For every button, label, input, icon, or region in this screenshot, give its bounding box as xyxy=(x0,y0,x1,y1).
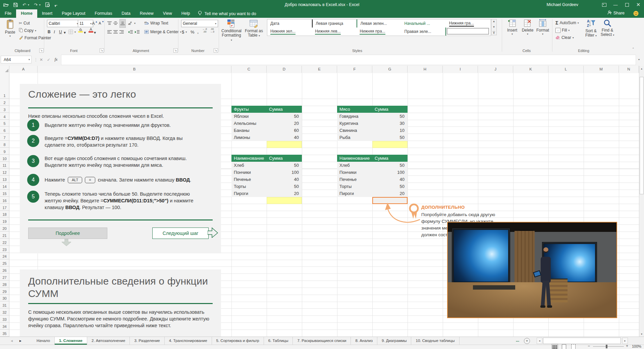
sheet-nav-right-icon[interactable]: ► xyxy=(19,339,22,343)
scroll-down-icon[interactable]: ▼ xyxy=(639,331,644,337)
zoom-in-button[interactable]: + xyxy=(626,344,628,348)
row-header-27[interactable]: 27 xyxy=(0,273,9,281)
fill-color-dropdown-icon[interactable]: ▾ xyxy=(84,29,86,36)
sheet-tab-6-таблицы[interactable]: 6. Таблицы xyxy=(264,337,293,345)
format-painter-button[interactable]: Format Painter xyxy=(19,35,51,41)
insert-function-icon[interactable]: fx xyxy=(52,56,60,63)
row-header-6[interactable]: 6 xyxy=(0,127,9,134)
sheet-tab-5-сортировка-и-фильтр[interactable]: 5. Сортировка и фильтр xyxy=(212,337,264,345)
formula-input[interactable] xyxy=(61,55,636,65)
ribbon-tab-data[interactable]: Data xyxy=(117,9,135,18)
row-header-33[interactable]: 33 xyxy=(0,315,9,322)
table-row[interactable]: Хлеб50 xyxy=(337,162,408,169)
row-header-14[interactable]: 14 xyxy=(0,183,9,190)
sort-filter-button[interactable]: AZ Sort &Filter ▾ xyxy=(583,19,599,46)
sheet-tab-начало[interactable]: Начало xyxy=(32,337,55,345)
merge-center-button[interactable]: Merge & Center▾ xyxy=(144,29,181,35)
row-header-32[interactable]: 32 xyxy=(0,308,9,315)
row-header-2[interactable]: 2 xyxy=(0,99,9,106)
enter-entry-icon[interactable]: ✓ xyxy=(45,56,52,63)
scroll-up-icon[interactable]: ▲ xyxy=(639,66,644,71)
increase-indent-button[interactable] xyxy=(135,29,140,35)
table-row[interactable]: Апельсины20 xyxy=(231,120,302,127)
ribbon-tab-file[interactable]: File xyxy=(0,9,16,18)
tutorial-video-player[interactable] xyxy=(447,222,617,318)
align-center-button[interactable] xyxy=(113,29,118,35)
table-row[interactable]: Лимоны40 xyxy=(231,134,302,141)
row-header-17[interactable]: 17 xyxy=(0,204,9,211)
table-row[interactable]: Пончики100 xyxy=(337,169,408,176)
column-header-E[interactable]: E xyxy=(302,66,337,73)
expand-formula-bar-icon[interactable]: ▾ xyxy=(635,56,643,63)
number-dialog-launcher[interactable]: ↘ xyxy=(214,48,218,53)
row-header-8[interactable]: 8 xyxy=(0,141,9,148)
format-as-table-button[interactable]: Format asTable ▾ xyxy=(244,19,264,46)
minimize-button[interactable]: — xyxy=(610,0,621,9)
column-header-B[interactable]: B xyxy=(38,66,231,73)
underline-dropdown-icon[interactable]: ▾ xyxy=(64,29,66,36)
row-header-25[interactable]: 25 xyxy=(0,259,9,266)
top-align-button[interactable] xyxy=(107,20,112,27)
sheet-nav-left-icon[interactable]: ◄ xyxy=(10,339,13,343)
sheet-tab-2-автозаполнение[interactable]: 2. Автозаполнение xyxy=(87,337,130,345)
fill-button[interactable]: ↓ Fill▾ xyxy=(555,27,570,34)
select-all-corner[interactable] xyxy=(0,66,9,73)
insert-cells-button[interactable]: Insert▾ xyxy=(505,19,519,46)
grow-font-button[interactable]: A▲ xyxy=(92,20,98,27)
close-button[interactable]: ✕ xyxy=(633,0,644,9)
scroll-left-icon[interactable]: ◄ xyxy=(537,338,542,344)
cell-style-Левая граница[interactable]: Левая граница xyxy=(312,19,357,28)
table-row[interactable]: Пироги20 xyxy=(231,190,302,197)
sheet-tab-10-сводные-таблицы[interactable]: 10. Сводные таблицы xyxy=(411,337,459,345)
ribbon-tab-home[interactable]: Home xyxy=(16,9,37,18)
cell-style-Начальный ...[interactable]: Начальный ... xyxy=(401,19,446,28)
row-header-15[interactable]: 15 xyxy=(0,190,9,197)
comma-style-button[interactable]: , xyxy=(197,28,199,35)
table-row[interactable]: Говядина50 xyxy=(337,113,408,120)
column-header-M[interactable]: M xyxy=(584,66,619,73)
paste-button[interactable]: Paste▾ xyxy=(3,19,17,46)
row-header-34[interactable]: 34 xyxy=(0,322,9,330)
row-header-35[interactable]: 35 xyxy=(0,330,9,337)
fill-color-button[interactable] xyxy=(78,28,83,35)
row-header-16[interactable]: 16 xyxy=(0,197,9,204)
accounting-format-button[interactable]: $▾ xyxy=(182,29,187,35)
cell-style-Нижняя зел...[interactable]: Нижняя зел... xyxy=(267,28,312,36)
row-header-29[interactable]: 29 xyxy=(0,288,9,295)
normal-view-button[interactable] xyxy=(551,344,558,349)
restore-button[interactable] xyxy=(621,0,633,9)
page-break-view-button[interactable] xyxy=(570,344,576,349)
delete-cells-button[interactable]: Delete▾ xyxy=(521,19,535,46)
zoom-level[interactable]: 100% xyxy=(632,344,641,348)
borders-button[interactable]: ▾ xyxy=(68,29,76,35)
cell-style-empty[interactable] xyxy=(447,28,489,35)
wrap-text-button[interactable]: ab Wrap Text xyxy=(144,20,168,27)
font-dialog-launcher[interactable]: ↘ xyxy=(100,48,104,53)
number-format-select[interactable]: General▾ xyxy=(181,20,218,27)
font-color-dropdown-icon[interactable]: ▾ xyxy=(94,29,96,36)
column-header-L[interactable]: L xyxy=(548,66,584,73)
sheet-grid[interactable]: Сложение — это легко Ниже описаны нескол… xyxy=(9,73,639,337)
feedback-smiley-icon[interactable] xyxy=(633,11,639,17)
clear-button[interactable]: Clear▾ xyxy=(555,34,574,41)
decrease-indent-button[interactable] xyxy=(128,29,133,35)
orientation-button[interactable]: ab▾ xyxy=(128,20,136,27)
column-header-A[interactable]: A xyxy=(9,66,38,73)
row-header-11[interactable]: 11 xyxy=(0,162,9,169)
column-header-K[interactable]: K xyxy=(513,66,548,73)
cell-style-Правая зеле...[interactable]: Правая зеле... xyxy=(401,28,446,36)
row-header-4[interactable]: 4 xyxy=(0,113,9,120)
row-header-18[interactable]: 18 xyxy=(0,211,9,218)
tell-me[interactable]: Tell me what you want to do xyxy=(198,9,256,18)
column-header-D[interactable]: D xyxy=(267,66,302,73)
ribbon-tab-page-layout[interactable]: Page Layout xyxy=(57,9,90,18)
row-header-12[interactable]: 12 xyxy=(0,168,9,176)
cancel-entry-icon[interactable]: ✕ xyxy=(38,56,45,63)
next-step-button[interactable]: Следующий шаг xyxy=(152,228,209,239)
row-header-7[interactable]: 7 xyxy=(0,134,9,141)
font-color-button[interactable]: A xyxy=(89,28,93,35)
row-header-19[interactable]: 19 xyxy=(0,217,9,225)
row-header-3[interactable]: 3 xyxy=(0,106,9,113)
zoom-slider-track[interactable] xyxy=(593,346,624,347)
format-cells-button[interactable]: Format▾ xyxy=(535,19,550,46)
